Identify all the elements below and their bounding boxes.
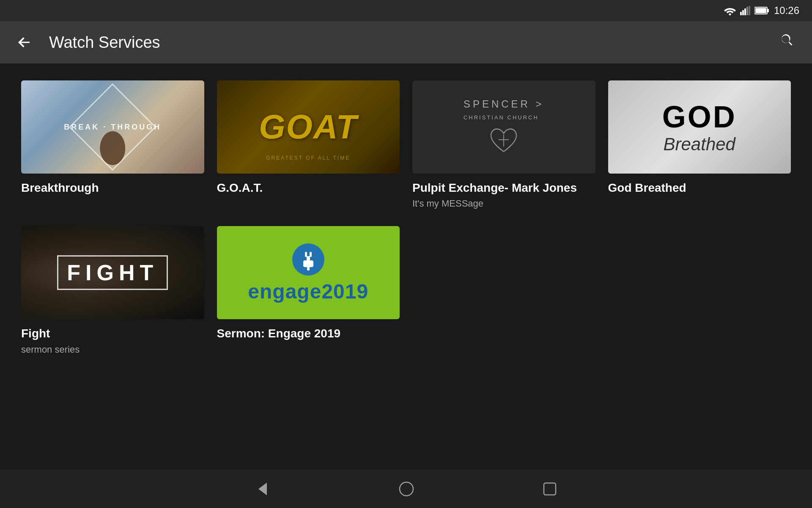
card-pulpit[interactable]: SPENCER >Christian Church Pulpit Exchang… xyxy=(412,80,595,209)
back-button[interactable] xyxy=(17,35,32,50)
status-bar: 10:26 xyxy=(0,0,812,21)
svg-rect-15 xyxy=(310,252,312,257)
svg-rect-1 xyxy=(740,12,742,15)
svg-rect-19 xyxy=(544,483,556,495)
app-bar: Watch Services xyxy=(0,21,812,64)
spencer-heart-icon xyxy=(489,126,518,156)
nav-bar xyxy=(0,470,812,508)
status-icons: 10:26 xyxy=(724,5,799,17)
page-title: Watch Services xyxy=(49,33,761,52)
thumb-pulpit: SPENCER >Christian Church xyxy=(412,80,595,174)
svg-rect-3 xyxy=(744,8,746,15)
wifi-icon xyxy=(724,6,736,15)
nav-home-button[interactable] xyxy=(398,480,415,497)
thumb-goat: GOAT Greatest of All Time xyxy=(217,80,400,174)
search-button[interactable] xyxy=(778,33,795,52)
card-title-goat: G.O.A.T. xyxy=(217,180,400,196)
engage-plug-icon xyxy=(291,243,325,276)
content-grid: Break · Through Breakthrough GOAT Greate… xyxy=(0,64,812,372)
svg-rect-16 xyxy=(307,266,310,271)
svg-rect-2 xyxy=(742,10,744,15)
svg-marker-17 xyxy=(258,483,267,495)
card-engage[interactable]: engage2019 Sermon: Engage 2019 xyxy=(217,226,400,355)
svg-rect-14 xyxy=(305,252,307,257)
card-subtitle-fight: sermon series xyxy=(21,344,204,355)
battery-icon xyxy=(754,6,770,15)
card-title-fight: Fight xyxy=(21,326,204,341)
nav-recents-button[interactable] xyxy=(542,481,558,497)
thumb-engage: engage2019 xyxy=(217,226,400,319)
status-time: 10:26 xyxy=(774,5,799,17)
card-breakthrough[interactable]: Break · Through Breakthrough xyxy=(21,80,204,209)
nav-back-button[interactable] xyxy=(254,480,271,497)
svg-rect-5 xyxy=(749,6,750,15)
card-title-pulpit: Pulpit Exchange- Mark Jones xyxy=(412,180,595,196)
spencer-logo: SPENCER >Christian Church xyxy=(464,98,544,122)
thumb-breakthrough: Break · Through xyxy=(21,80,204,174)
card-fight[interactable]: FIGHT Fight sermon series xyxy=(21,226,204,355)
card-subtitle-pulpit: It's my MESSage xyxy=(412,198,595,209)
card-title-breakthrough: Breakthrough xyxy=(21,180,204,196)
card-title-engage: Sermon: Engage 2019 xyxy=(217,326,400,341)
thumb-fight: FIGHT xyxy=(21,226,204,319)
card-goat[interactable]: GOAT Greatest of All Time G.O.A.T. xyxy=(217,80,400,209)
svg-rect-4 xyxy=(746,7,748,15)
card-title-god-breathed: God Breathed xyxy=(608,180,791,196)
svg-rect-13 xyxy=(307,256,310,262)
thumb-god-breathed: GOD Breathed xyxy=(608,80,791,174)
svg-rect-7 xyxy=(767,9,769,12)
signal-icon xyxy=(740,6,750,15)
svg-point-18 xyxy=(400,482,413,496)
svg-point-0 xyxy=(729,14,731,16)
app-bar-actions xyxy=(778,33,795,52)
card-god-breathed[interactable]: GOD Breathed God Breathed xyxy=(608,80,791,209)
svg-rect-8 xyxy=(755,8,766,13)
